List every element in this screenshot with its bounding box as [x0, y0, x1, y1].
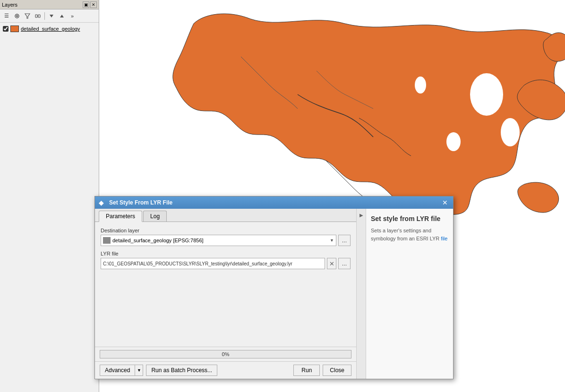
dialog-title-text: Set Style From LYR File	[109, 199, 172, 206]
select-layer-icon	[103, 237, 111, 244]
layers-move-down-btn[interactable]	[47, 11, 56, 21]
lyr-file-row: C:\01_GEOSPATIAL\05_PRODUCTS\SLYR\SLYR_t…	[101, 258, 351, 269]
tab-parameters[interactable]: Parameters	[99, 211, 142, 222]
svg-marker-6	[50, 15, 53, 17]
svg-marker-2	[25, 14, 30, 18]
svg-rect-4	[38, 15, 40, 17]
layers-menu-btn[interactable]: ☰	[2, 11, 11, 21]
destination-layer-browse-btn[interactable]: …	[338, 235, 351, 246]
info-panel-description: Sets a layer's settings and symbology fr…	[371, 227, 448, 242]
svg-point-11	[415, 77, 426, 94]
advanced-dropdown-btn[interactable]: ▼	[135, 365, 143, 376]
progress-text: 0%	[222, 351, 230, 357]
layer-type-icon	[10, 26, 19, 32]
dialog-footer: Advanced ▼ Run as Batch Process... Run C…	[95, 361, 356, 379]
layers-title-bar: Layers ▣ ✕	[0, 0, 99, 9]
dialog-close-button[interactable]: ✕	[441, 198, 449, 207]
info-panel-title: Set style from LYR file	[371, 214, 448, 223]
dialog-content: Destination layer detailed_surface_geolo…	[95, 222, 356, 347]
layers-restore-btn[interactable]: ▣	[83, 1, 89, 8]
svg-marker-7	[60, 15, 64, 17]
info-desc-link[interactable]: file	[441, 236, 447, 241]
lyr-file-clear-btn[interactable]: ✕	[327, 258, 336, 269]
lyr-file-browse-btn[interactable]: …	[338, 258, 351, 269]
destination-layer-label: Destination layer	[101, 228, 351, 233]
layers-panel: Layers ▣ ✕ ☰ »	[0, 0, 99, 392]
svg-point-10	[446, 132, 461, 151]
collapse-arrow-icon[interactable]: ▶	[360, 213, 363, 218]
advanced-button-group: Advanced ▼	[100, 365, 143, 376]
app-window: Layers ▣ ✕ ☰ »	[0, 0, 565, 392]
layers-close-btn[interactable]: ✕	[90, 1, 97, 8]
tab-log[interactable]: Log	[143, 211, 167, 222]
layers-visibility-btn[interactable]	[12, 11, 22, 21]
layer-name-label: detailed_surface_geology	[21, 26, 80, 32]
destination-layer-row: detailed_surface_geology [EPSG:7856] ▼ …	[101, 235, 351, 246]
dialog-sidebar: ▶	[356, 209, 366, 379]
empty-area	[101, 274, 351, 341]
layers-move-up-btn[interactable]	[57, 11, 67, 21]
run-as-batch-button[interactable]: Run as Batch Process...	[146, 365, 217, 376]
destination-layer-select[interactable]: detailed_surface_geology [EPSG:7856] ▼	[101, 235, 336, 246]
layers-list: detailed_surface_geology	[0, 23, 99, 392]
layers-toolbar: ☰ »	[0, 9, 99, 23]
lyr-file-label: LYR file	[101, 251, 351, 256]
layers-panel-title: Layers	[2, 2, 17, 8]
dialog-footer-close-button[interactable]: Close	[323, 365, 351, 376]
lyr-file-field: LYR file C:\01_GEOSPATIAL\05_PRODUCTS\SL…	[101, 251, 351, 269]
info-desc-text: Sets a layer's settings and symbology fr…	[371, 228, 441, 241]
svg-point-1	[16, 15, 18, 17]
toolbar-separator-1	[44, 12, 45, 20]
set-style-dialog: ◆ Set Style From LYR File ✕ Parameters L…	[94, 196, 454, 379]
dialog-info-panel: Set style from LYR file Sets a layer's s…	[366, 209, 453, 379]
destination-layer-field: Destination layer detailed_surface_geolo…	[101, 228, 351, 246]
progress-bar: 0%	[100, 350, 351, 358]
layer-visibility-checkbox[interactable]	[3, 26, 9, 32]
dialog-app-icon: ◆	[99, 199, 106, 206]
dialog-tabs: Parameters Log	[95, 209, 356, 222]
lyr-file-path-text: C:\01_GEOSPATIAL\05_PRODUCTS\SLYR\SLYR_t…	[103, 261, 292, 266]
run-button[interactable]: Run	[293, 365, 320, 376]
dialog-body: Parameters Log Destination layer detaile…	[95, 209, 453, 379]
dialog-main: Parameters Log Destination layer detaile…	[95, 209, 356, 379]
layers-link-btn[interactable]	[33, 11, 43, 21]
progress-area: 0%	[95, 347, 356, 361]
select-dropdown-arrow: ▼	[330, 238, 334, 243]
svg-rect-3	[35, 15, 37, 17]
svg-point-8	[470, 73, 503, 116]
layers-filter-btn[interactable]	[23, 11, 32, 21]
lyr-file-path-input[interactable]: C:\01_GEOSPATIAL\05_PRODUCTS\SLYR\SLYR_t…	[101, 258, 325, 269]
layers-title-controls: ▣ ✕	[83, 1, 97, 8]
dialog-title-left: ◆ Set Style From LYR File	[99, 199, 172, 206]
dialog-titlebar: ◆ Set Style From LYR File ✕	[95, 196, 453, 209]
destination-layer-value: detailed_surface_geology [EPSG:7856]	[112, 238, 204, 243]
list-item[interactable]: detailed_surface_geology	[1, 25, 98, 33]
svg-point-9	[501, 118, 520, 146]
layers-more-btn[interactable]: »	[68, 11, 77, 21]
advanced-button[interactable]: Advanced	[100, 365, 135, 376]
